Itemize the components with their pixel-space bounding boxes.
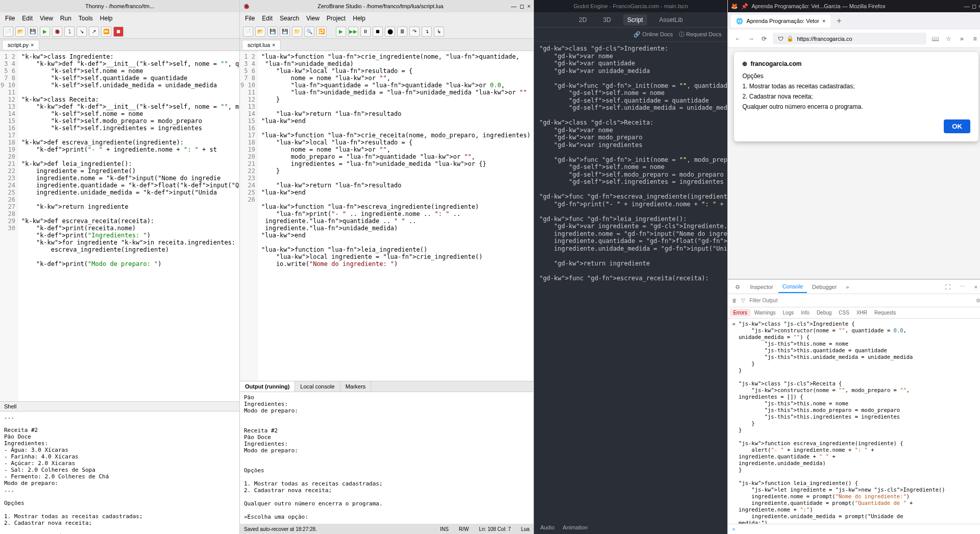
menu-help[interactable]: Help — [97, 14, 116, 23]
run-icon[interactable]: ▶ — [336, 27, 346, 37]
minimize-icon[interactable]: — — [511, 3, 517, 9]
tab-output[interactable]: Output (running) — [240, 381, 295, 392]
close-devtools-icon[interactable]: × — [970, 281, 980, 293]
request-docs-link[interactable]: ⓘ Request Docs — [679, 31, 721, 38]
pause-icon[interactable]: ⏸ — [360, 27, 371, 37]
tab-debugger[interactable]: Debugger — [808, 281, 841, 293]
godot-editor[interactable]: "gd-kw">class "gd-cls">Ingrediente: "gd-… — [534, 42, 727, 521]
new-tab-button[interactable]: + — [832, 14, 845, 28]
close-icon[interactable]: × — [272, 42, 275, 48]
zb-editor[interactable]: 1 2 3 4 5 6 7 8 9 10 11 12 13 14 15 16 1… — [240, 51, 533, 381]
menu-view[interactable]: View — [37, 14, 56, 23]
back-icon[interactable]: ← — [733, 35, 742, 42]
cat-errors[interactable]: Errors — [730, 309, 750, 317]
step-out-icon[interactable]: ↳ — [434, 27, 444, 37]
close-icon[interactable]: × — [527, 3, 530, 9]
minimize-icon[interactable]: — — [964, 3, 970, 10]
tab-3d[interactable]: 3D — [599, 14, 615, 26]
tab-inspector[interactable]: Inspector — [746, 281, 777, 293]
step-out-icon[interactable]: ↗ — [89, 27, 99, 37]
output-body[interactable]: Pão Ingredientes: Modo de preparo: Recei… — [240, 392, 533, 524]
shell-tab[interactable]: Shell — [0, 402, 239, 411]
tab-local-console[interactable]: Local console — [295, 381, 340, 392]
replace-icon[interactable]: 🔁 — [316, 27, 327, 37]
new-file-icon[interactable]: 📄 — [3, 27, 13, 37]
menu-file[interactable]: File — [242, 14, 258, 23]
tab-script[interactable]: Script — [623, 14, 647, 26]
maximize-icon[interactable]: ◻ — [520, 3, 524, 10]
menu-run[interactable]: Run — [57, 14, 75, 23]
filter-input[interactable] — [749, 298, 972, 303]
save-icon[interactable]: 💾 — [28, 27, 38, 37]
shell-output[interactable]: ... Receita #2 Pão Doce Ingredientes: - … — [0, 411, 239, 534]
cat-requests[interactable]: Requests — [871, 309, 899, 317]
settings-icon[interactable]: ⚙ — [976, 298, 980, 303]
debug-run-icon[interactable]: ▶▶ — [348, 27, 358, 37]
tab-markers[interactable]: Markers — [340, 381, 372, 392]
responsive-icon[interactable]: ⛶ — [941, 281, 954, 293]
code-content[interactable]: "k-kw">class Ingrediente: "k-kw">def "k-… — [18, 51, 239, 401]
break-icon[interactable]: ⬤ — [385, 27, 395, 37]
cat-warnings[interactable]: Warnings — [751, 309, 779, 317]
new-icon[interactable]: 📄 — [243, 27, 253, 37]
online-docs-link[interactable]: 🔗 Online Docs — [633, 31, 673, 38]
browser-tab[interactable]: 🌐 Aprenda Programação: Vetor × — [731, 15, 830, 28]
save-all-icon[interactable]: 💾 — [280, 27, 290, 37]
tab-console[interactable]: Console — [778, 281, 807, 293]
cat-debug[interactable]: Debug — [814, 309, 835, 317]
open-icon[interactable]: 📂 — [15, 27, 26, 37]
menu-icon[interactable]: ≡ — [970, 35, 979, 42]
maximize-icon[interactable]: ◻ — [972, 3, 976, 10]
stack-icon[interactable]: ≣ — [397, 27, 407, 37]
save-icon[interactable]: 💾 — [267, 27, 278, 37]
trash-icon[interactable]: 🗑 — [732, 298, 737, 303]
menu-tools[interactable]: Tools — [76, 14, 96, 23]
tab-assetlib[interactable]: AssetLib — [655, 14, 687, 26]
stop-icon[interactable]: ⏹ — [373, 27, 383, 37]
menu-search[interactable]: Search — [277, 14, 302, 23]
find-icon[interactable]: 🔍 — [304, 27, 314, 37]
menu-view[interactable]: View — [303, 14, 323, 23]
menu-file[interactable]: File — [2, 14, 18, 23]
bookmark-icon[interactable]: ☆ — [944, 35, 953, 42]
menu-edit[interactable]: Edit — [19, 14, 36, 23]
cat-info[interactable]: Info — [798, 309, 813, 317]
ok-button[interactable]: OK — [944, 119, 970, 133]
overflow-icon[interactable]: » — [842, 281, 853, 293]
forward-icon[interactable]: → — [746, 35, 755, 42]
console-output[interactable]: » "js-kw">class "js-cls">Ingrediente { "… — [728, 319, 980, 524]
resume-icon[interactable]: ⏩ — [101, 27, 111, 37]
cat-logs[interactable]: Logs — [780, 309, 797, 317]
cat-xhr[interactable]: XHR — [853, 309, 870, 317]
step-into-icon[interactable]: ↴ — [422, 27, 432, 37]
menu-project[interactable]: Project — [324, 14, 349, 23]
step-over-icon[interactable]: ⤵ — [64, 27, 75, 37]
pick-element-icon[interactable]: ⯐ — [731, 281, 745, 293]
tab-animation[interactable]: Animation — [563, 524, 588, 530]
open-icon[interactable]: 📂 — [255, 27, 265, 37]
menu-help[interactable]: Help — [350, 14, 369, 23]
cat-css[interactable]: CSS — [836, 309, 852, 317]
close-tab-icon[interactable]: × — [822, 18, 825, 24]
reload-icon[interactable]: ⟳ — [760, 35, 769, 42]
debug-icon[interactable]: 🐞 — [52, 27, 62, 37]
run-icon[interactable]: ▶ — [40, 27, 50, 37]
tab-audio[interactable]: Audio — [540, 524, 554, 530]
stop-icon[interactable]: ⏹ — [113, 27, 124, 37]
step-icon[interactable]: ↷ — [409, 27, 420, 37]
more-icon[interactable]: ⋯ — [955, 281, 969, 293]
url-field[interactable]: 🛡 🔒 https://francogarcia.co — [773, 33, 926, 44]
project-icon[interactable]: 📁 — [292, 27, 302, 37]
tab-script-py[interactable]: script.py × — [2, 40, 39, 50]
console-input[interactable]: » — [728, 524, 980, 534]
menu-edit[interactable]: Edit — [259, 14, 276, 23]
tab-2d[interactable]: 2D — [575, 14, 591, 26]
code-content[interactable]: "lua-kw">function "lua-fn">crie_ingredie… — [258, 51, 533, 381]
funnel-icon[interactable]: ▽ — [741, 298, 745, 303]
tab-script-lua[interactable]: script.lua × — [242, 40, 281, 50]
step-into-icon[interactable]: ↘ — [77, 27, 87, 37]
reader-icon[interactable]: 📖 — [930, 35, 940, 42]
close-icon[interactable]: × — [31, 42, 34, 48]
thonny-editor[interactable]: 1 2 3 4 5 6 7 8 9 10 11 12 13 14 15 16 1… — [0, 51, 239, 401]
overflow-icon[interactable]: » — [957, 35, 966, 42]
